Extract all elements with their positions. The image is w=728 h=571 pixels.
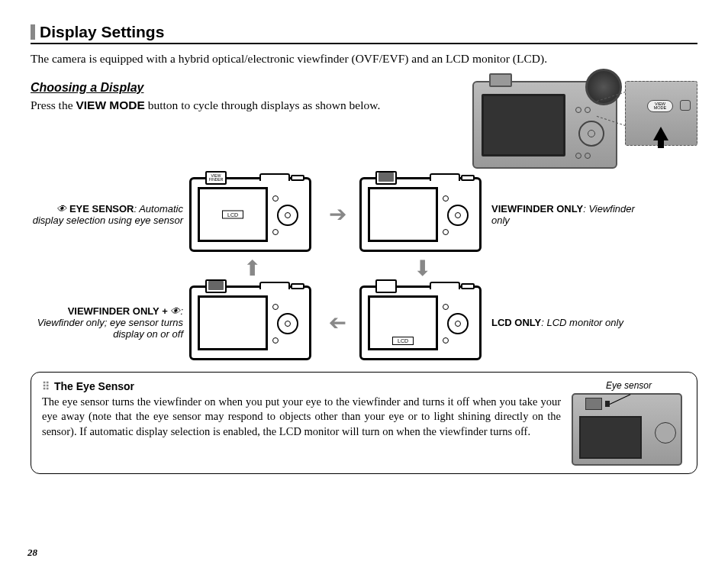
arrow-left-icon: ➔ xyxy=(321,310,353,335)
note-title-text: The Eye Sensor xyxy=(54,380,134,392)
page-number: 28 xyxy=(27,547,37,559)
label-eye-sensor: 👁 EYE SENSOR: Automatic display selectio… xyxy=(31,203,183,226)
lcd-only-rest: : LCD monitor only xyxy=(541,317,623,328)
display-cycle-diagram: 👁 EYE SENSOR: Automatic display selectio… xyxy=(31,176,697,361)
arrow-right-icon: ➔ xyxy=(321,202,353,227)
vf-tag: VIEW FINDER xyxy=(205,171,227,185)
choosing-display-text: Choosing a Display Press the VIEW MODE b… xyxy=(31,81,421,169)
vf-plus-bold: VIEWFINDER ONLY + xyxy=(68,305,171,317)
sub-text-post: button to cycle through displays as show… xyxy=(145,98,381,111)
camera-hero-images: VIEW MODE xyxy=(436,81,697,169)
eye-sensor-camera-illustration xyxy=(572,393,682,466)
choosing-display-row: Choosing a Display Press the VIEW MODE b… xyxy=(31,81,697,169)
note-title: ⠿ The Eye Sensor xyxy=(42,380,561,392)
lcd-only-bold: LCD ONLY xyxy=(491,317,541,328)
note-bullet-icon: ⠿ xyxy=(42,380,50,392)
label-lcd-only: LCD ONLY: LCD monitor only xyxy=(491,317,644,328)
label-viewfinder-only: VIEWFINDER ONLY: Viewfinder only xyxy=(491,203,644,226)
subheading-body: Press the VIEW MODE button to cycle thro… xyxy=(31,98,421,114)
label-viewfinder-plus: VIEWFINDER ONLY + 👁: Viewfinder only; ey… xyxy=(31,305,183,340)
eye-sensor-bold: EYE SENSOR xyxy=(69,203,134,215)
arrow-up-icon xyxy=(653,127,668,140)
section-title-text: Display Settings xyxy=(40,23,164,41)
lcd-tag: LCD xyxy=(222,210,243,218)
camera-state-viewfinder-plus: VIEW FINDER xyxy=(189,286,311,360)
camera-state-viewfinder-only: VIEW FINDER xyxy=(359,177,482,252)
note-figure: Eye sensor xyxy=(572,380,686,466)
view-mode-button-label: VIEW MODE xyxy=(647,100,673,112)
note-body: The eye sensor turns the viewfinder on w… xyxy=(42,395,561,440)
arrow-up-icon: ⬆ xyxy=(243,256,261,281)
section-title: Display Settings xyxy=(31,23,697,44)
subheading: Choosing a Display xyxy=(31,81,421,95)
eye-icon: 👁 xyxy=(170,305,180,317)
note-figure-caption: Eye sensor xyxy=(572,380,686,391)
vf-only-bold: VIEWFINDER ONLY xyxy=(491,203,583,215)
note-text-block: ⠿ The Eye Sensor The eye sensor turns th… xyxy=(42,380,561,440)
view-mode-bold: VIEW MODE xyxy=(76,98,144,111)
camera-state-lcd-only: LCD xyxy=(359,286,482,360)
camera-state-eye-sensor: VIEW FINDER LCD xyxy=(189,177,311,252)
eye-icon: 👁 xyxy=(56,203,66,215)
intro-paragraph: The camera is equipped with a hybrid opt… xyxy=(31,50,697,67)
sub-text-pre: Press the xyxy=(31,98,76,111)
arrow-down-icon: ⬇ xyxy=(414,256,431,281)
view-mode-button-closeup: VIEW MODE xyxy=(625,81,697,146)
lcd-tag: LCD xyxy=(392,337,414,345)
eye-sensor-note: ⠿ The Eye Sensor The eye sensor turns th… xyxy=(31,372,697,474)
camera-rear-illustration xyxy=(472,81,617,169)
